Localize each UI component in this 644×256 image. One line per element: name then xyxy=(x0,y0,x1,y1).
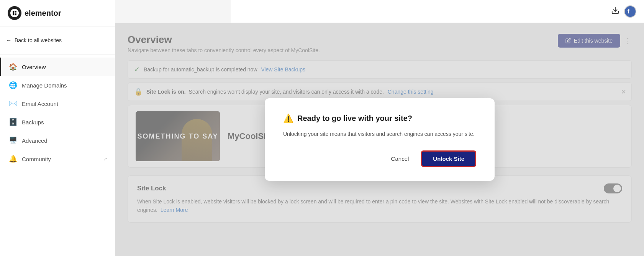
unlock-dialog: ⚠️ Ready to go live with your site? Unlo… xyxy=(265,98,495,181)
user-avatar[interactable]: f xyxy=(624,5,636,18)
svg-point-6 xyxy=(625,6,636,17)
dialog-title-text: Ready to go live with your site? xyxy=(297,114,412,123)
sidebar-icon-email-account: ✉️ xyxy=(9,99,17,108)
download-button[interactable] xyxy=(611,6,619,17)
main-content: f Overview Navigate between these tabs t… xyxy=(115,0,644,256)
sidebar-label-backups: Backups xyxy=(22,119,44,126)
svg-rect-1 xyxy=(13,11,14,15)
back-to-all-websites[interactable]: ← Back to all websites xyxy=(0,26,115,55)
unlock-site-button[interactable]: Unlock Site xyxy=(421,150,476,167)
cancel-button[interactable]: Cancel xyxy=(385,152,415,165)
topbar: f xyxy=(231,0,644,23)
svg-rect-4 xyxy=(15,14,16,15)
sidebar-item-advanced[interactable]: 🖥️ Advanced xyxy=(0,131,115,150)
sidebar-icon-overview: 🏠 xyxy=(9,63,17,71)
dialog-title-group: ⚠️ Ready to go live with your site? xyxy=(283,114,476,124)
sidebar-item-email-account[interactable]: ✉️ Email Account xyxy=(0,94,115,113)
content-area: Overview Navigate between these tabs to … xyxy=(115,23,644,256)
back-arrow-icon: ← xyxy=(6,37,11,43)
dialog-body-text: Unlocking your site means that visitors … xyxy=(283,130,476,138)
app-logo: elementor xyxy=(0,0,115,26)
external-link-icon: ↗ xyxy=(103,156,107,162)
svg-rect-2 xyxy=(15,11,16,12)
logo-icon xyxy=(8,6,21,20)
sidebar-icon-manage-domains: 🌐 xyxy=(9,81,17,89)
sidebar-label-manage-domains: Manage Domains xyxy=(22,82,67,89)
sidebar-item-community[interactable]: 🔔 Community ↗ xyxy=(0,150,115,168)
sidebar-label-email-account: Email Account xyxy=(22,101,58,107)
back-label: Back to all websites xyxy=(15,37,62,43)
sidebar-icon-community: 🔔 xyxy=(9,155,17,163)
sidebar-icon-backups: 🗄️ xyxy=(9,118,17,126)
sidebar-item-backups[interactable]: 🗄️ Backups xyxy=(0,113,115,131)
warning-icon: ⚠️ xyxy=(283,114,293,124)
sidebar-icon-advanced: 🖥️ xyxy=(9,136,17,145)
sidebar-label-community: Community xyxy=(22,156,51,162)
sidebar-item-overview[interactable]: 🏠 Overview xyxy=(0,58,115,76)
svg-rect-3 xyxy=(15,13,16,14)
sidebar-nav: 🏠 Overview 🌐 Manage Domains ✉️ Email Acc… xyxy=(0,55,115,171)
sidebar-label-overview: Overview xyxy=(22,64,46,70)
dialog-actions: Cancel Unlock Site xyxy=(283,150,476,167)
modal-overlay: ⚠️ Ready to go live with your site? Unlo… xyxy=(115,23,644,256)
logo-text: elementor xyxy=(25,9,61,18)
sidebar-label-advanced: Advanced xyxy=(22,137,48,144)
sidebar: elementor ← Back to all websites 🏠 Overv… xyxy=(0,0,115,256)
svg-text:f: f xyxy=(628,8,629,15)
sidebar-item-manage-domains[interactable]: 🌐 Manage Domains xyxy=(0,76,115,94)
